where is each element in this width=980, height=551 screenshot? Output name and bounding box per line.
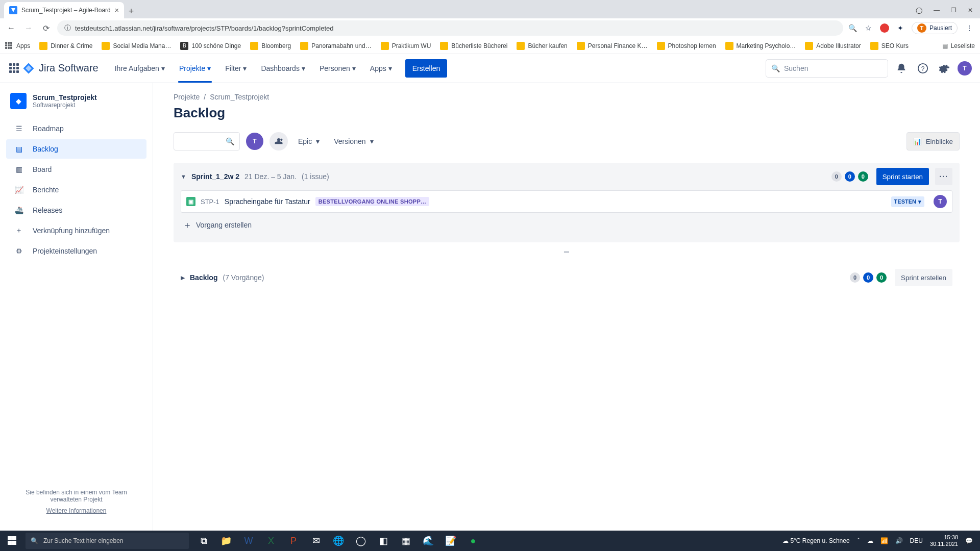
create-button[interactable]: Erstellen: [405, 59, 447, 78]
start-button[interactable]: [0, 531, 24, 551]
notepad-icon[interactable]: 📝: [440, 531, 461, 551]
sidebar-item-reports[interactable]: 📈Berichte: [6, 180, 146, 199]
version-filter[interactable]: Versionen▾: [330, 134, 377, 148]
sidebar-footer-link[interactable]: Weitere Informationen: [10, 507, 142, 514]
epic-label[interactable]: BESTELLVORGANG ONLINE SHOPP…: [315, 197, 430, 206]
mail-icon[interactable]: ✉: [305, 531, 327, 551]
powerpoint-icon[interactable]: P: [283, 531, 304, 551]
profile-chip[interactable]: T Pausiert: [912, 22, 958, 34]
sidebar-item-settings[interactable]: ⚙Projekteinstellungen: [6, 241, 146, 261]
sidebar-item-add-link[interactable]: ＋Verknüpfung hinzufügen: [6, 221, 146, 240]
sidebar-item-board[interactable]: ▥Board: [6, 160, 146, 179]
user-avatar[interactable]: T: [958, 61, 972, 76]
sprint-more-button[interactable]: ···: [935, 168, 952, 185]
reading-list-button[interactable]: ▤Leseliste: [942, 42, 975, 49]
address-bar[interactable]: ⓘ testdeutsch1.atlassian.net/jira/softwa…: [57, 20, 843, 36]
volume-icon[interactable]: 🔊: [895, 537, 903, 544]
issue-row[interactable]: ▣ STP-1 Spracheingabe für Tastatur BESTE…: [181, 190, 952, 213]
epic-filter[interactable]: Epic▾: [294, 134, 324, 148]
sidebar-item-releases[interactable]: 🚢Releases: [6, 201, 146, 220]
notifications-icon[interactable]: [893, 60, 910, 77]
close-icon[interactable]: ×: [115, 6, 119, 14]
bookmark-item[interactable]: Adobe Illustrator: [805, 42, 861, 50]
explorer-icon[interactable]: 📁: [215, 531, 237, 551]
tray-chevron-icon[interactable]: ˄: [857, 537, 860, 544]
assignee-avatar[interactable]: T: [934, 195, 947, 208]
start-sprint-button[interactable]: Sprint starten: [876, 168, 929, 185]
back-button[interactable]: ←: [5, 22, 17, 34]
bookmark-item[interactable]: SEO Kurs: [870, 42, 909, 50]
chrome-icon[interactable]: 🌐: [328, 531, 349, 551]
chevron-right-icon: ▶: [181, 274, 185, 281]
nav-apps[interactable]: Apps▾: [364, 54, 398, 83]
bookmark-item[interactable]: Bücherliste Bücherei: [440, 42, 507, 50]
nav-people[interactable]: Personen▾: [313, 54, 362, 83]
resize-handle[interactable]: ═: [174, 242, 960, 261]
chrome-account-icon[interactable]: ◯: [916, 7, 922, 14]
bookmark-item[interactable]: Marketing Psycholo…: [725, 42, 796, 50]
app-switcher-icon[interactable]: [8, 62, 20, 74]
site-info-icon[interactable]: ⓘ: [64, 23, 71, 33]
sidebar-item-roadmap[interactable]: ☰Roadmap: [6, 119, 146, 138]
language-indicator[interactable]: DEU: [910, 537, 923, 544]
nav-projects[interactable]: Projekte▾: [173, 54, 217, 83]
jira-logo[interactable]: Jira Software: [22, 62, 99, 74]
app-icon[interactable]: ▦: [395, 531, 416, 551]
onedrive-icon[interactable]: ☁: [867, 537, 873, 544]
bookmark-item[interactable]: Dinner & Crime: [39, 42, 92, 50]
breadcrumb-projects[interactable]: Projekte: [174, 93, 200, 101]
adblock-icon[interactable]: [880, 23, 889, 33]
sprint-header[interactable]: ▼ Sprint_1_2w 2 21 Dez. – 5 Jan. (1 issu…: [181, 168, 952, 185]
taskbar-search[interactable]: 🔍 Zur Suche Text hier eingeben: [26, 533, 189, 549]
bookmark-item[interactable]: Bloomberg: [250, 42, 291, 50]
bookmark-item[interactable]: Panoramabahn und…: [300, 42, 371, 50]
spotify-icon[interactable]: ●: [462, 531, 484, 551]
new-tab-button[interactable]: +: [124, 4, 138, 18]
wifi-icon[interactable]: 📶: [880, 537, 888, 544]
add-people-button[interactable]: [270, 132, 288, 151]
excel-icon[interactable]: X: [260, 531, 282, 551]
settings-icon[interactable]: [936, 60, 952, 77]
assignee-filter-avatar[interactable]: T: [246, 133, 263, 150]
bookmark-item[interactable]: Social Media Mana…: [102, 42, 171, 50]
nav-your-work[interactable]: Ihre Aufgaben▾: [109, 54, 171, 83]
weather-widget[interactable]: ☁ 5°C Regen u. Schnee: [782, 537, 850, 544]
reload-button[interactable]: ⟳: [40, 22, 52, 34]
browser-tab[interactable]: Scrum_Testprojekt – Agile-Board ×: [4, 2, 124, 18]
word-icon[interactable]: W: [238, 531, 259, 551]
bookmark-item[interactable]: Praktikum WU: [381, 42, 431, 50]
extensions-icon[interactable]: ✦: [897, 24, 903, 32]
search-input[interactable]: 🔍 Suchen: [766, 59, 888, 78]
notifications-icon[interactable]: 💬: [965, 537, 973, 544]
board-search-input[interactable]: 🔍: [174, 132, 240, 151]
breadcrumb-project[interactable]: Scrum_Testprojekt: [210, 93, 269, 101]
edge-icon[interactable]: 🌊: [418, 531, 439, 551]
backlog-section-header[interactable]: ▶ Backlog (7 Vorgänge) 0 0 0 Sprint erst…: [174, 269, 960, 286]
nav-filters[interactable]: Filter▾: [219, 54, 253, 83]
nav-dashboards[interactable]: Dashboards▾: [255, 54, 311, 83]
bookmark-item[interactable]: Personal Finance K…: [577, 42, 648, 50]
create-sprint-button[interactable]: Sprint erstellen: [895, 269, 952, 286]
obs-icon[interactable]: ◯: [350, 531, 372, 551]
clock[interactable]: 15:38 30.11.2021: [930, 534, 958, 547]
help-icon[interactable]: ?: [915, 60, 931, 77]
apps-shortcut[interactable]: Apps: [5, 42, 30, 50]
minimize-icon[interactable]: —: [934, 7, 940, 14]
forward-button[interactable]: →: [22, 22, 35, 34]
bookmark-item[interactable]: B100 schöne Dinge: [180, 42, 241, 50]
project-header[interactable]: ◆ Scrum_Testprojekt Softwareprojekt: [4, 93, 149, 118]
zoom-icon[interactable]: 🔍: [848, 24, 857, 32]
task-view-icon[interactable]: ⧉: [193, 531, 214, 551]
bookmark-item[interactable]: Bücher kaufen: [517, 42, 567, 50]
bookmark-star-icon[interactable]: ☆: [865, 24, 872, 32]
insights-button[interactable]: 📊Einblicke: [906, 132, 960, 151]
status-dropdown[interactable]: TESTEN▾: [891, 196, 924, 207]
app-icon[interactable]: ◧: [373, 531, 394, 551]
chrome-menu-icon[interactable]: ⋮: [966, 24, 973, 32]
bookmark-item[interactable]: Photoshop lernen: [657, 42, 716, 50]
sidebar-item-backlog[interactable]: ▤Backlog: [6, 139, 146, 159]
issue-key[interactable]: STP-1: [201, 198, 219, 206]
create-issue-button[interactable]: ＋ Vorgang erstellen: [181, 213, 952, 237]
close-window-icon[interactable]: ✕: [968, 7, 973, 14]
maximize-icon[interactable]: ❐: [951, 7, 957, 14]
